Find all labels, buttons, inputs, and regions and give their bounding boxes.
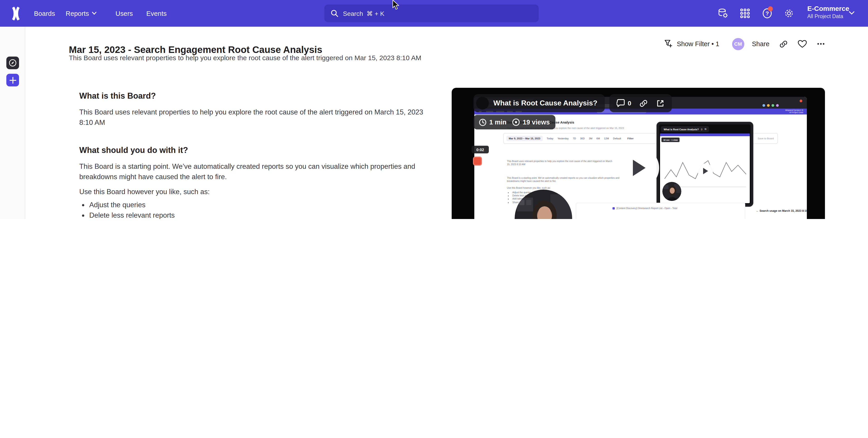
search-icon: [331, 9, 338, 17]
intro-paragraph-3: Use this Board however you like, such as…: [79, 187, 210, 197]
top-nav: Boards Reports Users Events Search ⌘ + K: [0, 0, 868, 27]
compass-icon: [9, 59, 17, 67]
filter-plus-icon[interactable]: [664, 39, 673, 48]
project-selector[interactable]: E-Commerce All Project Data: [807, 4, 849, 20]
clock-icon: [479, 118, 487, 126]
comment-icon: 0: [701, 128, 703, 131]
intro-paragraph-2: This Board is a starting point. We’ve au…: [79, 161, 437, 182]
nested-video-stats: 18 sec · 1 view: [661, 138, 680, 142]
board-nav-button[interactable]: [6, 57, 19, 69]
notification-dot: [768, 6, 773, 11]
mini-paragraph-1: This Board uses relevant properties to h…: [507, 160, 616, 166]
avatar[interactable]: CM: [732, 38, 744, 50]
legend-swatch: [613, 207, 615, 209]
settings-gear-icon[interactable]: [784, 8, 794, 19]
intro-bullet-list: Adjust the queries Delete less relevant …: [79, 200, 183, 219]
share-button[interactable]: Share: [752, 40, 769, 47]
ellipsis-icon: [817, 42, 825, 45]
nav-item-events[interactable]: Events: [146, 0, 167, 27]
nav-item-reports[interactable]: Reports: [66, 0, 97, 27]
nested-video-title-pill: What is Root Cause Analysis? 0 ⧉: [661, 126, 709, 132]
video-actions-pill: 0: [609, 94, 672, 112]
apps-grid-icon[interactable]: [740, 8, 750, 19]
video-title-pill: What is Root Cause Analysis?: [473, 94, 604, 112]
video-player-card[interactable]: Mixpanel (project 3)All Project Data Sea…: [452, 88, 825, 219]
list-item: Delete less relevant reports: [89, 210, 183, 219]
play-button[interactable]: [618, 147, 659, 188]
show-filter-button[interactable]: Show Filter • 1: [677, 40, 719, 47]
comment-icon[interactable]: [616, 99, 625, 107]
svg-text:?: ?: [766, 10, 769, 16]
favorite-button[interactable]: [798, 40, 807, 48]
mini-chart-legend: [Content Discovery] Omnisearch Report Li…: [617, 207, 677, 209]
link-icon: ⧉: [705, 128, 707, 131]
video-duration: 1 min: [489, 119, 506, 126]
intro-paragraph-1: This Board uses relevant properties to h…: [79, 107, 425, 128]
chevron-down-icon: [849, 11, 855, 15]
record-stop-icon[interactable]: [473, 157, 482, 166]
video-title: What is Root Cause Analysis?: [493, 99, 597, 107]
plus-icon: [9, 77, 16, 83]
intro-heading-1: What is this Board?: [79, 91, 156, 101]
link-icon[interactable]: [640, 99, 648, 107]
nested-play-button[interactable]: [698, 163, 713, 179]
mini-report-card: [Content Discovery] Omnisearch Report Li…: [576, 203, 745, 219]
nav-item-users[interactable]: Users: [116, 0, 133, 27]
avatar: [476, 97, 489, 109]
nested-webcam-bubble: [662, 182, 681, 201]
video-overlay-row: What is Root Cause Analysis? 0: [473, 94, 672, 112]
play-icon: [632, 160, 646, 176]
recording-timer: 0:02: [472, 146, 489, 154]
search-input[interactable]: Search ⌘ + K: [324, 4, 539, 22]
nav-item-boards[interactable]: Boards: [34, 0, 55, 27]
comment-count: 0: [628, 100, 631, 107]
video-stats-pill: 1 min 19 views: [473, 115, 555, 129]
board-toolbar: Show Filter • 1 CM Share: [664, 37, 825, 51]
external-link-icon[interactable]: [656, 99, 665, 107]
copy-link-button[interactable]: [779, 40, 788, 48]
nested-video-frame: What is Root Cause Analysis? 0 ⧉ 18 sec …: [656, 122, 753, 207]
chevron-down-icon: [92, 12, 97, 15]
data-management-icon[interactable]: [718, 8, 728, 19]
help-button[interactable]: ?: [762, 8, 772, 19]
views-eye-icon: [512, 118, 520, 126]
link-icon: [779, 40, 788, 48]
create-new-button[interactable]: [6, 74, 19, 87]
mouse-cursor: [392, 0, 400, 10]
heart-icon: [798, 40, 807, 48]
left-rail: [0, 27, 25, 219]
mixpanel-logo-icon[interactable]: [10, 7, 22, 20]
play-icon: [703, 168, 708, 174]
intro-heading-2: What should you do with it?: [79, 146, 188, 155]
mini-chart-line: [581, 215, 740, 219]
mini-paragraph-2: This Board is a starting point. We’ve au…: [507, 176, 621, 183]
more-options-button[interactable]: [817, 42, 825, 45]
list-item: Adjust the queries: [89, 200, 183, 210]
page-title: Mar 15, 2023 - Search Engagement Root Ca…: [69, 44, 322, 55]
page-subtitle: This Board uses relevant properties to h…: [69, 54, 421, 62]
video-views: 19 views: [523, 119, 550, 126]
mini-paragraph-3: Use this Board however you like, such as…: [507, 187, 621, 190]
mixpanel-board-page: Boards Reports Users Events Search ⌘ + K: [0, 0, 868, 219]
mini-annotation-heading: ← Search usage on March 15, 2023 8:10 AM: [756, 209, 807, 213]
